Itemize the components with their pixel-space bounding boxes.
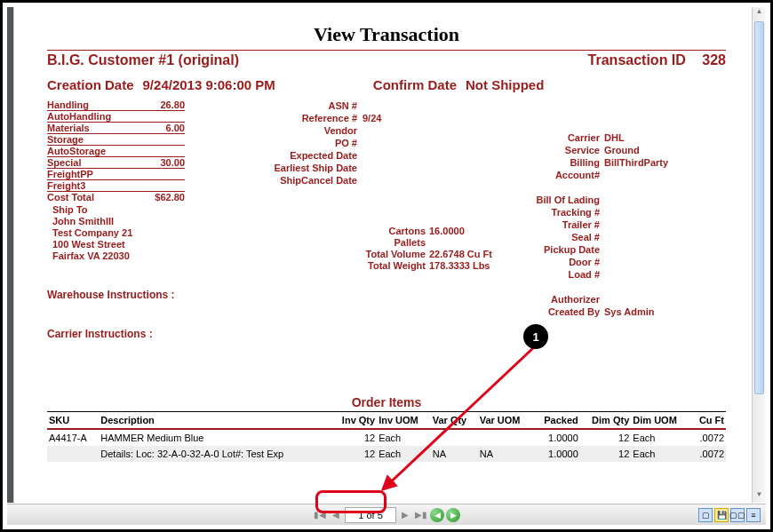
order-items-title: Order Items [47, 395, 726, 409]
scroll-up-icon[interactable]: ▲ [753, 7, 766, 20]
table-row: Details: Loc: 32-A-0-32-A-0 Lot#: Test E… [47, 446, 726, 462]
document-viewport: View Transaction B.I.G. Customer #1 (ori… [7, 7, 766, 503]
volume-labels: Cartons Pallets Total Volume Total Weigh… [347, 226, 426, 272]
layout-continuous-icon[interactable]: ≡ [746, 508, 761, 522]
vertical-scrollbar[interactable]: ▲ ▼ [752, 7, 766, 503]
prev-page-button[interactable]: ◀ [329, 508, 343, 522]
nav-back-button[interactable]: ◀ [430, 508, 444, 522]
shipment-labels: Carrier Service Billing Account# Bill Of… [511, 131, 600, 318]
layout-single-icon[interactable]: ▢ [698, 508, 713, 522]
document-page: View Transaction B.I.G. Customer #1 (ori… [13, 7, 760, 503]
transaction-id: Transaction ID 328 [588, 52, 726, 68]
confirm-date-value: Not Shipped [466, 77, 544, 92]
cost-summary: Handling26.80 AutoHandling Materials6.00… [47, 99, 185, 262]
ship-to-block: Ship To John SmithIII Test Company 21 10… [52, 204, 185, 262]
next-page-button[interactable]: ▶ [398, 508, 412, 522]
page-title: View Transaction [47, 23, 726, 46]
pager-toolbar: ▮◀ ◀ ▶ ▶▮ ◀ ▶ ▢ 💾 ▢▢ ≡ [7, 504, 766, 525]
divider [47, 50, 726, 51]
confirm-date-label: Confirm Date [373, 77, 457, 92]
page-input[interactable] [345, 507, 396, 523]
order-items-table: SKU Description Inv Qty Inv UOM Var Qty … [47, 411, 726, 462]
customer-name: B.I.G. Customer #1 (original) [47, 52, 239, 68]
layout-double-icon[interactable]: ▢▢ [730, 508, 745, 522]
scroll-down-icon[interactable]: ▼ [753, 490, 766, 503]
carrier-instructions-label: Carrier Instructions : [47, 328, 726, 340]
callout-badge: 1 [523, 324, 548, 349]
nav-forward-button[interactable]: ▶ [446, 508, 460, 522]
volume-values: 16.0000 22.6748 Cu Ft 178.3333 Lbs [429, 226, 492, 272]
first-page-button[interactable]: ▮◀ [313, 508, 327, 522]
creation-date-value: 9/24/2013 9:06:00 PM [143, 77, 275, 92]
reference-labels: ASN # Reference # Vendor PO # Expected D… [203, 99, 363, 262]
table-row: A4417-A HAMMER Medium Blue 12 Each 1.000… [47, 429, 726, 446]
shipment-values: DHL Ground BillThirdParty Sys Admin [604, 131, 706, 318]
scrollbar-thumb[interactable] [754, 21, 764, 394]
save-icon[interactable]: 💾 [714, 508, 729, 522]
last-page-button[interactable]: ▶▮ [414, 508, 428, 522]
creation-date-label: Creation Date [47, 77, 134, 92]
